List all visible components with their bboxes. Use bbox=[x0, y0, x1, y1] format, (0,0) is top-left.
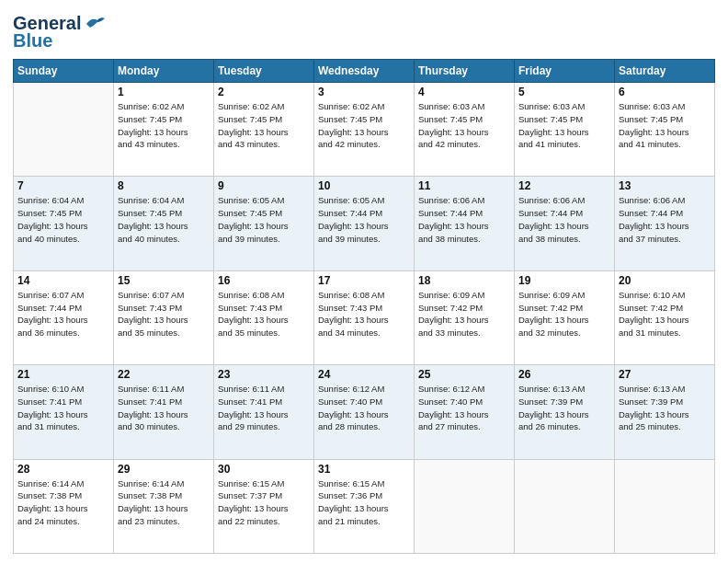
sunrise-text: Sunrise: 6:02 AM bbox=[318, 100, 410, 113]
sunrise-text: Sunrise: 6:03 AM bbox=[518, 100, 610, 113]
calendar-cell: 15Sunrise: 6:07 AMSunset: 7:43 PMDayligh… bbox=[114, 270, 214, 364]
calendar-cell: 5Sunrise: 6:03 AMSunset: 7:45 PMDaylight… bbox=[515, 83, 615, 177]
day-number: 29 bbox=[118, 463, 210, 476]
sunrise-text: Sunrise: 6:07 AM bbox=[118, 289, 210, 302]
calendar-cell: 6Sunrise: 6:03 AMSunset: 7:45 PMDaylight… bbox=[615, 83, 715, 177]
calendar-cell: 19Sunrise: 6:09 AMSunset: 7:42 PMDayligh… bbox=[515, 270, 615, 364]
daylight-text-line1: Daylight: 13 hours bbox=[518, 126, 610, 139]
weekday-header-tuesday: Tuesday bbox=[214, 60, 314, 83]
calendar-cell: 11Sunrise: 6:06 AMSunset: 7:44 PMDayligh… bbox=[415, 177, 515, 270]
calendar-cell: 24Sunrise: 6:12 AMSunset: 7:40 PMDayligh… bbox=[314, 365, 415, 459]
sunrise-text: Sunrise: 6:06 AM bbox=[518, 194, 610, 207]
daylight-text-line1: Daylight: 13 hours bbox=[218, 408, 310, 421]
sunrise-text: Sunrise: 6:04 AM bbox=[17, 194, 109, 207]
daylight-text-line1: Daylight: 13 hours bbox=[418, 408, 510, 421]
daylight-text-line2: and 42 minutes. bbox=[418, 138, 510, 151]
sunset-text: Sunset: 7:45 PM bbox=[118, 113, 210, 126]
weekday-header-monday: Monday bbox=[114, 60, 214, 83]
day-number: 12 bbox=[518, 179, 610, 192]
day-number: 6 bbox=[619, 86, 711, 98]
sunset-text: Sunset: 7:39 PM bbox=[619, 396, 711, 408]
daylight-text-line2: and 34 minutes. bbox=[318, 327, 410, 339]
daylight-text-line2: and 24 minutes. bbox=[17, 515, 109, 528]
weekday-header-thursday: Thursday bbox=[415, 60, 515, 83]
sunrise-text: Sunrise: 6:06 AM bbox=[418, 194, 510, 207]
sunset-text: Sunset: 7:45 PM bbox=[218, 113, 310, 126]
calendar-cell: 21Sunrise: 6:10 AMSunset: 7:41 PMDayligh… bbox=[14, 365, 114, 459]
logo-text-blue: Blue bbox=[13, 30, 52, 52]
daylight-text-line1: Daylight: 13 hours bbox=[17, 220, 109, 233]
calendar-cell: 28Sunrise: 6:14 AMSunset: 7:38 PMDayligh… bbox=[14, 459, 114, 553]
calendar-cell: 31Sunrise: 6:15 AMSunset: 7:36 PMDayligh… bbox=[314, 459, 415, 553]
calendar-cell: 4Sunrise: 6:03 AMSunset: 7:45 PMDaylight… bbox=[415, 83, 515, 177]
sunrise-text: Sunrise: 6:10 AM bbox=[17, 383, 109, 396]
calendar-cell: 12Sunrise: 6:06 AMSunset: 7:44 PMDayligh… bbox=[515, 177, 615, 270]
day-number: 11 bbox=[418, 179, 510, 192]
daylight-text-line1: Daylight: 13 hours bbox=[518, 220, 610, 233]
day-number: 5 bbox=[518, 86, 610, 98]
daylight-text-line2: and 36 minutes. bbox=[17, 327, 109, 339]
sunset-text: Sunset: 7:42 PM bbox=[518, 302, 610, 315]
weekday-header-wednesday: Wednesday bbox=[314, 60, 415, 83]
calendar-week-row: 14Sunrise: 6:07 AMSunset: 7:44 PMDayligh… bbox=[14, 270, 715, 364]
weekday-header-friday: Friday bbox=[515, 60, 615, 83]
sunrise-text: Sunrise: 6:11 AM bbox=[218, 383, 310, 396]
day-number: 30 bbox=[218, 463, 310, 476]
daylight-text-line2: and 43 minutes. bbox=[118, 138, 210, 151]
calendar-week-row: 1Sunrise: 6:02 AMSunset: 7:45 PMDaylight… bbox=[14, 83, 715, 177]
sunset-text: Sunset: 7:45 PM bbox=[17, 207, 109, 220]
calendar-cell: 18Sunrise: 6:09 AMSunset: 7:42 PMDayligh… bbox=[415, 270, 515, 364]
calendar-table: SundayMondayTuesdayWednesdayThursdayFrid… bbox=[13, 59, 715, 554]
daylight-text-line2: and 41 minutes. bbox=[619, 138, 711, 151]
sunset-text: Sunset: 7:36 PM bbox=[318, 489, 410, 502]
daylight-text-line2: and 38 minutes. bbox=[518, 233, 610, 246]
day-number: 31 bbox=[318, 463, 410, 476]
daylight-text-line2: and 33 minutes. bbox=[418, 327, 510, 339]
sunset-text: Sunset: 7:38 PM bbox=[17, 489, 109, 502]
calendar-cell bbox=[14, 83, 114, 177]
calendar-cell: 10Sunrise: 6:05 AMSunset: 7:44 PMDayligh… bbox=[314, 177, 415, 270]
day-number: 20 bbox=[619, 274, 711, 287]
weekday-header-sunday: Sunday bbox=[14, 60, 114, 83]
daylight-text-line2: and 31 minutes. bbox=[619, 327, 711, 339]
sunset-text: Sunset: 7:44 PM bbox=[619, 207, 711, 220]
sunrise-text: Sunrise: 6:14 AM bbox=[118, 477, 210, 490]
weekday-header-row: SundayMondayTuesdayWednesdayThursdayFrid… bbox=[14, 60, 715, 83]
daylight-text-line2: and 42 minutes. bbox=[318, 138, 410, 151]
day-number: 4 bbox=[418, 86, 510, 98]
daylight-text-line1: Daylight: 13 hours bbox=[518, 314, 610, 327]
sunrise-text: Sunrise: 6:15 AM bbox=[218, 477, 310, 490]
day-number: 27 bbox=[619, 368, 711, 381]
daylight-text-line1: Daylight: 13 hours bbox=[17, 502, 109, 515]
sunrise-text: Sunrise: 6:13 AM bbox=[619, 383, 711, 396]
day-number: 2 bbox=[218, 86, 310, 98]
sunset-text: Sunset: 7:43 PM bbox=[118, 302, 210, 315]
sunrise-text: Sunrise: 6:05 AM bbox=[218, 194, 310, 207]
daylight-text-line2: and 39 minutes. bbox=[218, 233, 310, 246]
daylight-text-line1: Daylight: 13 hours bbox=[218, 502, 310, 515]
calendar-cell: 16Sunrise: 6:08 AMSunset: 7:43 PMDayligh… bbox=[214, 270, 314, 364]
day-number: 3 bbox=[318, 86, 410, 98]
sunset-text: Sunset: 7:45 PM bbox=[118, 207, 210, 220]
calendar-cell: 22Sunrise: 6:11 AMSunset: 7:41 PMDayligh… bbox=[114, 365, 214, 459]
sunset-text: Sunset: 7:42 PM bbox=[619, 302, 711, 315]
day-number: 9 bbox=[218, 179, 310, 192]
calendar-cell: 2Sunrise: 6:02 AMSunset: 7:45 PMDaylight… bbox=[214, 83, 314, 177]
day-number: 22 bbox=[118, 368, 210, 381]
day-number: 24 bbox=[318, 368, 410, 381]
sunrise-text: Sunrise: 6:13 AM bbox=[518, 383, 610, 396]
calendar-cell: 14Sunrise: 6:07 AMSunset: 7:44 PMDayligh… bbox=[14, 270, 114, 364]
sunrise-text: Sunrise: 6:11 AM bbox=[118, 383, 210, 396]
day-number: 7 bbox=[17, 179, 109, 192]
daylight-text-line1: Daylight: 13 hours bbox=[118, 126, 210, 139]
sunset-text: Sunset: 7:45 PM bbox=[418, 113, 510, 126]
calendar-cell: 20Sunrise: 6:10 AMSunset: 7:42 PMDayligh… bbox=[615, 270, 715, 364]
daylight-text-line2: and 27 minutes. bbox=[418, 420, 510, 433]
calendar-week-row: 28Sunrise: 6:14 AMSunset: 7:38 PMDayligh… bbox=[14, 459, 715, 553]
daylight-text-line2: and 29 minutes. bbox=[218, 420, 310, 433]
sunset-text: Sunset: 7:39 PM bbox=[518, 396, 610, 408]
daylight-text-line2: and 40 minutes. bbox=[118, 233, 210, 246]
sunrise-text: Sunrise: 6:02 AM bbox=[218, 100, 310, 113]
sunrise-text: Sunrise: 6:04 AM bbox=[118, 194, 210, 207]
calendar-cell: 30Sunrise: 6:15 AMSunset: 7:37 PMDayligh… bbox=[214, 459, 314, 553]
